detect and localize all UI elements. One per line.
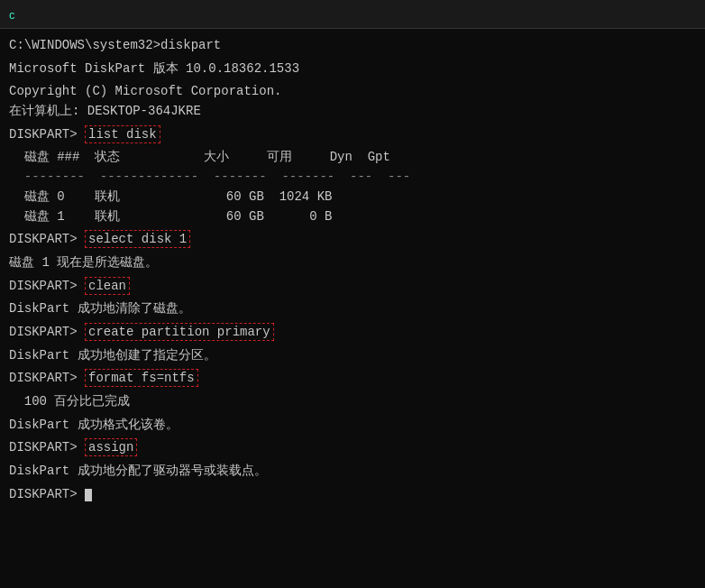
window-controls bbox=[573, 0, 698, 29]
prompt-text: DISKPART> bbox=[9, 371, 85, 385]
active-prompt-line: DISKPART> bbox=[9, 485, 696, 505]
svg-text:C: C bbox=[9, 11, 15, 22]
table-header-line: 磁盘 ### 状态 大小 可用 Dyn Gpt bbox=[9, 148, 696, 168]
output-line: 磁盘 1 联机 60 GB 0 B bbox=[9, 207, 696, 227]
prompt-text: DISKPART> bbox=[9, 325, 85, 339]
command-line: DISKPART> assign bbox=[9, 438, 696, 458]
terminal-area[interactable]: C:\WINDOWS\system32>diskpartMicrosoft Di… bbox=[0, 29, 705, 588]
maximize-button[interactable] bbox=[615, 0, 656, 29]
prompt-text: DISKPART> bbox=[9, 487, 85, 501]
prompt-text: DISKPART> bbox=[9, 127, 85, 142]
command-line: DISKPART> format fs=ntfs bbox=[9, 369, 696, 389]
output-line: Microsoft DiskPart 版本 10.0.18362.1533 bbox=[9, 60, 696, 79]
prompt-text: DISKPART> bbox=[9, 279, 85, 293]
command-line: DISKPART> list disk bbox=[9, 125, 696, 145]
minimize-button[interactable] bbox=[573, 0, 615, 29]
command-text: list disk bbox=[85, 125, 160, 143]
command-text: format fs=ntfs bbox=[85, 369, 198, 387]
prompt-text: DISKPART> bbox=[9, 440, 85, 455]
command-text: create partition primary bbox=[85, 323, 274, 341]
titlebar: C bbox=[0, 0, 705, 29]
output-line: DiskPart 成功地清除了磁盘。 bbox=[9, 299, 696, 319]
output-line: 100 百分比已完成 bbox=[9, 392, 696, 412]
command-line: DISKPART> create partition primary bbox=[9, 323, 696, 343]
command-text: select disk 1 bbox=[85, 230, 190, 248]
output-line: C:\WINDOWS\system32>diskpart bbox=[9, 36, 696, 56]
output-line: DiskPart 成功格式化该卷。 bbox=[9, 416, 696, 436]
output-line: 磁盘 1 现在是所选磁盘。 bbox=[9, 253, 696, 273]
command-text: clean bbox=[85, 277, 130, 295]
close-button[interactable] bbox=[656, 0, 698, 29]
window: C C:\WINDOWS\system32>diskpartMicrosoft … bbox=[0, 0, 705, 588]
output-line: 磁盘 0 联机 60 GB 1024 KB bbox=[9, 188, 696, 207]
command-line: DISKPART> clean bbox=[9, 277, 696, 297]
prompt-text: DISKPART> bbox=[9, 232, 85, 246]
command-line: DISKPART> select disk 1 bbox=[9, 230, 696, 250]
output-line: Copyright (C) Microsoft Corporation. bbox=[9, 82, 696, 102]
table-separator-line: -------- ------------- ------- ------- -… bbox=[9, 168, 696, 188]
output-line: 在计算机上: DESKTOP-364JKRE bbox=[9, 102, 696, 122]
command-text: assign bbox=[85, 438, 137, 456]
window-icon: C bbox=[7, 7, 22, 22]
cursor bbox=[85, 489, 92, 501]
output-line: DiskPart 成功地分配了驱动器号或装载点。 bbox=[9, 462, 696, 482]
output-line: DiskPart 成功地创建了指定分区。 bbox=[9, 346, 696, 366]
